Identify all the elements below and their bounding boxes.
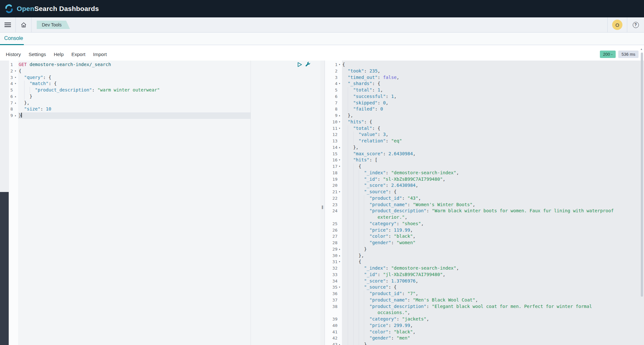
token-k: "product_description" — [35, 87, 92, 92]
send-request-button[interactable] — [297, 62, 303, 67]
token-s: "black" — [394, 329, 413, 334]
fold-spacer — [337, 176, 342, 183]
token-k: "_shards" — [348, 81, 372, 86]
menu-item-history[interactable]: History — [6, 52, 21, 57]
fold-open-icon[interactable]: ▾ — [337, 125, 342, 132]
line-number: 14 — [325, 144, 337, 151]
line-number: 29 — [325, 246, 337, 253]
indent-guide — [342, 335, 348, 341]
token-p: , — [378, 68, 380, 73]
menu-item-settings[interactable]: Settings — [29, 52, 46, 57]
code-text: "took": 235, — [342, 68, 644, 74]
scrollbar-up-arrow[interactable]: ▲ — [639, 48, 643, 51]
indent-guide — [353, 246, 359, 253]
code-text: exterior.", — [342, 214, 644, 221]
fold-close-icon[interactable]: ▴ — [337, 253, 342, 259]
token-p: : — [40, 106, 46, 111]
code-text: "_index": "demostore-search-index", — [342, 265, 644, 272]
token-p: : — [372, 87, 378, 92]
token-p: , — [407, 310, 410, 315]
token-n: 119.99 — [394, 227, 410, 233]
help-button[interactable]: ? — [627, 22, 644, 28]
response-row: 10▾"hits": { — [325, 119, 644, 125]
fold-open-icon[interactable]: ▾ — [337, 259, 342, 265]
token-p: , — [397, 75, 399, 80]
fold-open-icon[interactable]: ▾ — [13, 68, 18, 74]
line-number: 7 — [325, 100, 337, 106]
token-k: "product_description" — [369, 208, 426, 213]
response-row: 43▴} — [325, 341, 644, 345]
menu-toggle-button[interactable] — [0, 17, 15, 32]
indent-guide — [353, 214, 359, 221]
hamburger-icon — [5, 22, 11, 27]
token-u: demostore-search-index/_search — [30, 62, 111, 67]
indent-guide — [342, 157, 348, 163]
code-text: "product_name": "Women's Winter Boots", — [342, 202, 644, 208]
fold-spacer — [337, 335, 342, 341]
indent-guide — [342, 259, 348, 265]
indent-guide — [342, 322, 348, 329]
scrollbar-thumb[interactable] — [641, 53, 643, 297]
fold-close-icon[interactable]: ▴ — [13, 100, 18, 106]
token-k: "size" — [24, 106, 41, 111]
fold-open-icon[interactable]: ▾ — [337, 62, 342, 68]
menu-item-help[interactable]: Help — [54, 52, 64, 57]
indent-guide — [348, 341, 353, 345]
token-p: : — [402, 196, 407, 201]
indent-guide — [353, 253, 359, 259]
token-p: , — [386, 100, 388, 105]
indent-guide — [359, 195, 364, 202]
indent-guide — [359, 221, 364, 227]
line-number: 9 — [325, 112, 337, 119]
indent-guide — [19, 74, 24, 81]
fold-open-icon[interactable]: ▾ — [13, 81, 18, 87]
indent-guide — [364, 195, 369, 202]
fold-open-icon[interactable]: ▾ — [337, 81, 342, 87]
tab-console[interactable]: Console — [4, 35, 23, 41]
user-avatar[interactable]: O — [612, 20, 622, 30]
fold-open-icon[interactable]: ▾ — [13, 74, 18, 81]
fold-close-icon[interactable]: ▴ — [13, 93, 18, 100]
indent-guide — [348, 151, 353, 157]
fold-spacer — [337, 265, 342, 272]
indent-guide — [353, 182, 359, 189]
indent-guide — [364, 208, 369, 214]
token-p: : — [378, 75, 383, 80]
fold-close-icon[interactable]: ▴ — [337, 112, 342, 119]
menu-item-export[interactable]: Export — [71, 52, 85, 57]
token-p: }, — [353, 145, 359, 150]
fold-close-icon[interactable]: ▴ — [337, 246, 342, 253]
indent-guide — [348, 272, 353, 278]
response-row: 4▾"_shards": { — [325, 81, 644, 87]
panel-resize-handle[interactable]: ‖ — [320, 61, 325, 345]
fold-close-icon[interactable]: ▴ — [337, 341, 342, 345]
token-m: GET — [19, 62, 30, 67]
fold-open-icon[interactable]: ▾ — [337, 163, 342, 170]
home-button[interactable] — [16, 17, 31, 32]
line-number: 13 — [325, 138, 337, 144]
editor-row: 7▴}, — [0, 100, 320, 106]
request-editor[interactable]: 1GET demostore-search-index/_search2▾{3▾… — [0, 61, 320, 345]
fold-close-icon[interactable]: ▴ — [337, 144, 342, 151]
token-p: : { — [388, 189, 396, 194]
token-p: : { — [372, 126, 380, 131]
response-row: 29▴} — [325, 246, 644, 253]
fold-open-icon[interactable]: ▾ — [337, 157, 342, 163]
menu-item-import[interactable]: Import — [93, 52, 107, 57]
fold-close-icon[interactable]: ▴ — [13, 112, 18, 119]
fold-open-icon[interactable]: ▾ — [337, 284, 342, 291]
token-k: "hits" — [353, 157, 370, 162]
code-text: "total": { — [342, 125, 644, 132]
fold-open-icon[interactable]: ▾ — [337, 189, 342, 195]
token-p: : { — [372, 81, 380, 86]
fold-spacer — [337, 100, 342, 106]
request-settings-button[interactable] — [305, 62, 311, 67]
indent-guide — [342, 74, 348, 81]
fold-open-icon[interactable]: ▾ — [337, 119, 342, 125]
response-row: 2"took": 235, — [325, 68, 644, 74]
breadcrumb-dev-tools[interactable]: Dev Tools — [37, 21, 70, 29]
code-text: "value": 3, — [342, 131, 644, 138]
response-row: exterior.", — [325, 214, 644, 221]
line-number: 4 — [325, 81, 337, 87]
response-row: 23"product_name": "Women's Winter Boots"… — [325, 202, 644, 208]
